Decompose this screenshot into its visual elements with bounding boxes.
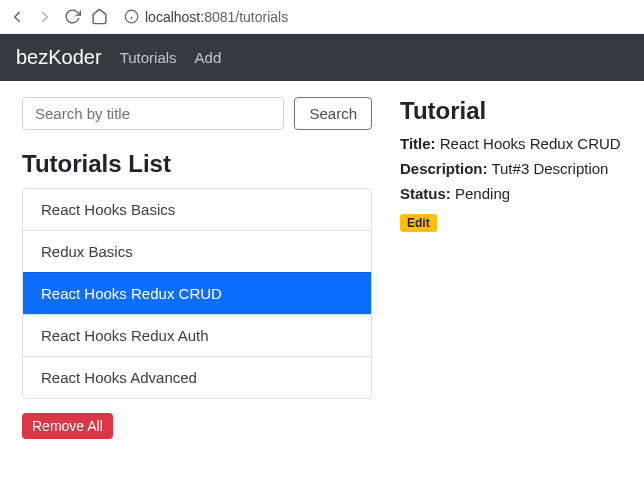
nav-link-tutorials[interactable]: Tutorials	[120, 49, 177, 66]
search-input[interactable]	[22, 97, 284, 130]
search-button[interactable]: Search	[294, 97, 372, 130]
brand[interactable]: bezKoder	[16, 46, 102, 69]
tutorials-list: React Hooks Basics Redux Basics React Ho…	[22, 188, 372, 399]
detail-heading: Tutorial	[400, 97, 622, 125]
address-bar[interactable]: localhost:8081/tutorials	[124, 9, 288, 25]
search-row: Search	[22, 97, 372, 130]
list-item[interactable]: React Hooks Advanced	[23, 356, 371, 398]
status-value: Pending	[455, 185, 510, 202]
browser-toolbar: localhost:8081/tutorials	[0, 0, 644, 34]
nav-link-add[interactable]: Add	[195, 49, 222, 66]
list-item[interactable]: React Hooks Redux CRUD	[23, 272, 371, 314]
list-heading: Tutorials List	[22, 150, 372, 178]
description-value: Tut#3 Description	[491, 160, 608, 177]
reload-icon[interactable]	[64, 8, 81, 25]
info-icon	[124, 9, 139, 24]
detail-description: Description: Tut#3 Description	[400, 160, 622, 177]
list-item[interactable]: React Hooks Redux Auth	[23, 314, 371, 356]
list-item[interactable]: React Hooks Basics	[23, 189, 371, 230]
right-column: Tutorial Title: React Hooks Redux CRUD D…	[400, 97, 622, 439]
detail-status: Status: Pending	[400, 185, 622, 202]
back-icon[interactable]	[8, 8, 26, 26]
home-icon[interactable]	[91, 8, 108, 25]
title-label: Title:	[400, 135, 436, 152]
edit-button[interactable]: Edit	[400, 214, 437, 232]
forward-icon[interactable]	[36, 8, 54, 26]
status-label: Status:	[400, 185, 451, 202]
left-column: Search Tutorials List React Hooks Basics…	[22, 97, 372, 439]
url-text: localhost:8081/tutorials	[145, 9, 288, 25]
detail-title: Title: React Hooks Redux CRUD	[400, 135, 622, 152]
remove-all-button[interactable]: Remove All	[22, 413, 113, 439]
description-label: Description:	[400, 160, 488, 177]
title-value: React Hooks Redux CRUD	[440, 135, 621, 152]
main-container: Search Tutorials List React Hooks Basics…	[0, 81, 644, 455]
navbar: bezKoder Tutorials Add	[0, 34, 644, 81]
list-item[interactable]: Redux Basics	[23, 230, 371, 272]
